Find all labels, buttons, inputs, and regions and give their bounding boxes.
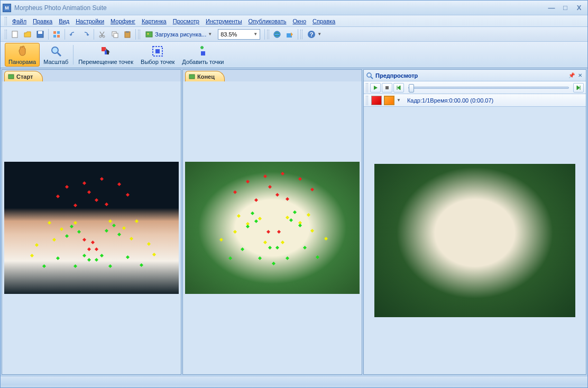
maximize-button[interactable]: □ bbox=[559, 3, 572, 13]
frame-bar-grip[interactable] bbox=[366, 96, 368, 105]
app-icon: M bbox=[3, 4, 11, 12]
svg-rect-24 bbox=[155, 49, 160, 53]
end-tab-header: Конец bbox=[183, 70, 362, 81]
world-button[interactable] bbox=[271, 29, 283, 40]
load-image-button[interactable]: Загрузка рисунка... ▼ bbox=[142, 29, 215, 40]
dropdown-arrow-icon: ▼ bbox=[208, 32, 212, 36]
svg-rect-4 bbox=[57, 31, 60, 34]
menu-picture[interactable]: Картинка bbox=[139, 17, 170, 25]
svg-rect-6 bbox=[57, 35, 60, 38]
add-points-label: Добавить точки bbox=[182, 59, 224, 65]
slider-thumb[interactable] bbox=[409, 84, 414, 93]
cut-button[interactable] bbox=[96, 29, 108, 40]
copy-button[interactable] bbox=[109, 29, 121, 40]
menu-edit[interactable]: Правка bbox=[30, 17, 56, 25]
svg-rect-25 bbox=[201, 51, 205, 56]
paste-button[interactable] bbox=[122, 29, 133, 40]
load-image-label: Загрузка рисунка... bbox=[155, 31, 206, 38]
workspace: Старт Конец bbox=[1, 68, 587, 376]
open-button[interactable] bbox=[22, 29, 33, 40]
svg-rect-13 bbox=[146, 32, 152, 37]
toolbar-grip[interactable] bbox=[5, 30, 7, 39]
step-back-button[interactable] bbox=[393, 83, 404, 93]
magnifier-icon bbox=[366, 72, 373, 79]
start-image-area[interactable] bbox=[2, 81, 181, 374]
end-tab[interactable]: Конец bbox=[185, 71, 225, 81]
layout-button[interactable] bbox=[51, 29, 62, 40]
add-points-icon bbox=[197, 45, 209, 58]
pin-button[interactable]: 📌 bbox=[568, 72, 575, 79]
end-panel: Конец bbox=[182, 69, 362, 375]
menu-tools[interactable]: Инструменты bbox=[203, 17, 245, 25]
add-points-tool[interactable]: Добавить точки bbox=[178, 43, 227, 67]
preview-image-area[interactable] bbox=[364, 107, 586, 374]
stop-button[interactable] bbox=[382, 83, 392, 93]
svg-rect-30 bbox=[385, 86, 389, 89]
toolbar-grip-2[interactable] bbox=[138, 30, 140, 39]
playback-bar bbox=[364, 81, 586, 94]
start-panel: Старт bbox=[2, 69, 181, 375]
save-button[interactable] bbox=[34, 29, 46, 40]
play-button[interactable] bbox=[370, 83, 381, 93]
start-tab-label: Старт bbox=[16, 73, 33, 80]
svg-rect-12 bbox=[126, 31, 129, 33]
menubar-grip[interactable] bbox=[5, 17, 7, 25]
svg-rect-10 bbox=[114, 33, 118, 38]
picture-icon bbox=[8, 73, 14, 80]
new-button[interactable] bbox=[9, 29, 21, 40]
dropdown-arrow-icon: ▼ bbox=[317, 32, 321, 36]
zoom-select[interactable]: 83.5% ▼ bbox=[218, 29, 260, 40]
publish-button[interactable] bbox=[284, 29, 296, 40]
move-points-tool[interactable]: Перемещение точек bbox=[75, 43, 137, 67]
titlebar: M Morpheus Photo Animation Suite — □ X bbox=[1, 1, 587, 15]
playback-grip[interactable] bbox=[366, 83, 368, 93]
step-forward-button[interactable] bbox=[573, 83, 584, 93]
dropdown-arrow-icon[interactable]: ▼ bbox=[397, 98, 401, 103]
start-tab[interactable]: Старт bbox=[4, 71, 43, 81]
select-points-tool[interactable]: Выбор точек bbox=[137, 43, 178, 67]
minimize-button[interactable]: — bbox=[545, 3, 558, 13]
magnifier-icon bbox=[50, 45, 62, 58]
toolbar-grip-4[interactable] bbox=[300, 30, 302, 39]
color-swatch-orange[interactable] bbox=[384, 96, 394, 105]
svg-rect-26 bbox=[8, 75, 14, 79]
svg-line-20 bbox=[58, 53, 61, 56]
panorama-tool[interactable]: Панорама bbox=[5, 43, 40, 67]
menu-view[interactable]: Вид bbox=[56, 17, 72, 25]
window-controls: — □ X bbox=[545, 3, 585, 13]
preview-title: Предпросмотр bbox=[375, 72, 568, 79]
svg-rect-5 bbox=[53, 35, 56, 38]
help-button[interactable]: ? ▼ bbox=[305, 29, 324, 40]
menu-preview[interactable]: Просмотр bbox=[170, 17, 203, 25]
end-tab-label: Конец bbox=[197, 73, 215, 80]
close-button[interactable]: X bbox=[573, 3, 585, 13]
menu-morphing[interactable]: Морфинг bbox=[107, 17, 139, 25]
picture-icon bbox=[189, 73, 195, 80]
toolbar-grip-3[interactable] bbox=[267, 30, 269, 39]
svg-point-28 bbox=[367, 73, 371, 77]
dropdown-arrow-icon: ▼ bbox=[253, 32, 258, 36]
select-points-label: Выбор точек bbox=[141, 59, 174, 65]
end-image-area[interactable] bbox=[183, 81, 362, 374]
window-title: Morpheus Photo Animation Suite bbox=[14, 4, 545, 12]
panel-close-button[interactable]: ✕ bbox=[576, 72, 584, 79]
scale-label: Масштаб bbox=[43, 59, 68, 65]
panorama-label: Панорама bbox=[8, 59, 36, 65]
menu-settings[interactable]: Настройки bbox=[72, 17, 107, 25]
menu-window[interactable]: Окно bbox=[290, 17, 310, 25]
move-points-icon bbox=[99, 45, 112, 58]
menu-file[interactable]: Файл bbox=[9, 17, 30, 25]
start-tab-header: Старт bbox=[2, 70, 181, 81]
statusbar bbox=[1, 376, 587, 385]
menu-publish[interactable]: Опубликовать bbox=[245, 17, 290, 25]
undo-button[interactable] bbox=[67, 29, 79, 40]
preview-header: Предпросмотр 📌 ✕ bbox=[364, 70, 586, 81]
menu-help[interactable]: Справка bbox=[309, 17, 338, 25]
scale-tool[interactable]: Масштаб bbox=[40, 43, 72, 67]
preview-panel: Предпросмотр 📌 ✕ ▼ Кадр:1/1Время:0:00.00… bbox=[363, 69, 586, 375]
redo-button[interactable] bbox=[80, 29, 91, 40]
zoom-value: 83.5% bbox=[221, 31, 237, 38]
hand-icon bbox=[16, 45, 29, 58]
timeline-slider[interactable] bbox=[408, 87, 569, 89]
color-swatch-red[interactable] bbox=[371, 96, 382, 105]
